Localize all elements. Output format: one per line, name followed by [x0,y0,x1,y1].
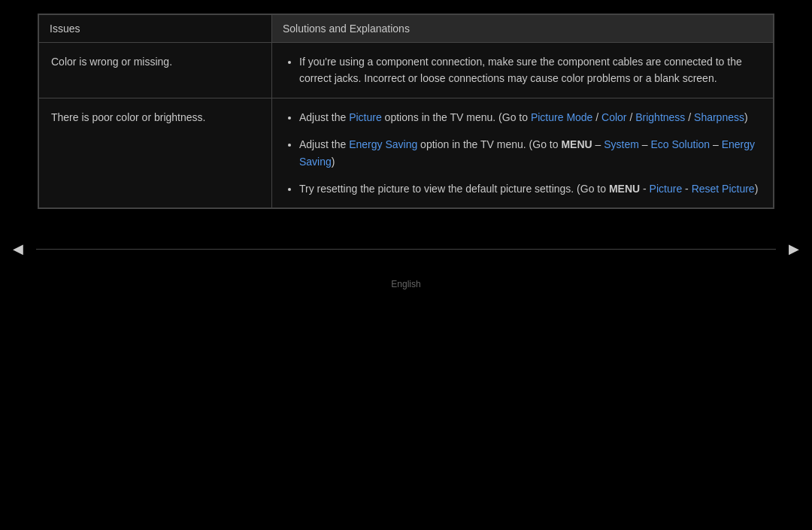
solutions-list-2: Adjust the Picture options in the TV men… [284,109,761,198]
link-eco-solution[interactable]: Eco Solution [650,138,710,150]
issue-cell-2: There is poor color or brightness. [39,98,272,208]
link-picture-mode[interactable]: Picture Mode [531,111,592,123]
col-header-issues: Issues [39,15,272,43]
nav-line [36,249,776,250]
issues-table: Issues Solutions and Explanations Color … [38,14,774,208]
list-item: Adjust the Energy Saving option in the T… [299,136,761,170]
link-brightness[interactable]: Brightness [635,111,685,123]
link-picture[interactable]: Picture [349,111,382,123]
link-sharpness[interactable]: Sharpness [694,111,744,123]
navigation-bar: ◀ ▶ [0,238,812,259]
link-picture-2[interactable]: Picture [650,183,683,195]
footer-language: English [0,279,812,289]
page-container: Issues Solutions and Explanations Color … [0,0,812,530]
table-row: There is poor color or brightness. Adjus… [39,98,774,208]
solutions-list-1: If you're using a component connection, … [284,53,761,87]
list-item: If you're using a component connection, … [299,53,761,87]
nav-left-arrow[interactable]: ◀ [8,238,29,259]
link-reset-picture[interactable]: Reset Picture [692,183,755,195]
issue-cell-1: Color is wrong or missing. [39,43,272,98]
list-item: Try resetting the picture to view the de… [299,180,761,197]
col-header-solutions: Solutions and Explanations [272,15,774,43]
solutions-cell-2: Adjust the Picture options in the TV men… [272,98,774,208]
table-row: Color is wrong or missing. If you're usi… [39,43,774,98]
link-energy-saving[interactable]: Energy Saving [349,138,417,150]
link-color[interactable]: Color [601,111,626,123]
menu-label: MENU [561,138,592,150]
link-system[interactable]: System [604,138,639,150]
menu-label-2: MENU [609,183,640,195]
solutions-cell-1: If you're using a component connection, … [272,43,774,98]
nav-right-arrow[interactable]: ▶ [783,238,804,259]
list-item: Adjust the Picture options in the TV men… [299,109,761,126]
table-wrapper: Issues Solutions and Explanations Color … [38,14,774,209]
